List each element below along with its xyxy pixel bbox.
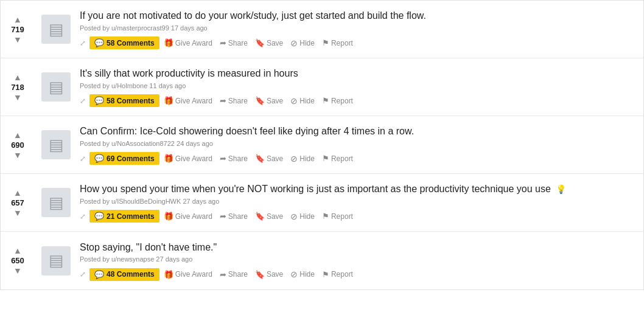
post-meta: Posted by u/IShouldBeDoingHWK 27 days ag… [80,198,639,205]
give-award-button[interactable]: 🎁 Give Award [161,268,215,281]
report-button[interactable]: ⚑ Report [319,94,356,107]
post-thumbnail: ▤ [41,15,71,44]
comments-button[interactable]: 💬 58 Comments [89,36,159,49]
thumbnail-icon: ▤ [49,251,64,270]
give-award-button[interactable]: 🎁 Give Award [161,210,215,223]
share-icon: ➦ [220,96,226,105]
post-title[interactable]: Can Confirm: Ice-Cold showering doesn't … [80,125,639,138]
upvote-button[interactable]: ▲ [13,131,22,139]
post-thumbnail: ▤ [41,130,71,159]
give-award-button[interactable]: 🎁 Give Award [161,152,215,165]
post-item: ▲ 650 ▼ ▤ Stop saying, "I don't have tim… [1,232,643,289]
post-title[interactable]: Stop saying, "I don't have time." [80,241,639,254]
post-list: ▲ 719 ▼ ▤ If you are not motivated to do… [0,0,644,290]
content-column: Can Confirm: Ice-Cold showering doesn't … [77,116,643,173]
save-button[interactable]: 🔖 Save [252,36,286,49]
save-button[interactable]: 🔖 Save [252,210,286,223]
hide-button[interactable]: ⊘ Hide [287,36,318,50]
report-button[interactable]: ⚑ Report [319,210,356,223]
downvote-button[interactable]: ▼ [13,93,22,102]
report-button[interactable]: ⚑ Report [319,36,356,49]
redirect-icon: ⤢ [80,97,86,105]
hide-button[interactable]: ⊘ Hide [287,210,318,223]
thumbnail-icon: ▤ [49,78,64,97]
post-meta: Posted by u/Holmbone 11 days ago [80,82,639,89]
hide-button[interactable]: ⊘ Hide [287,268,318,281]
hide-icon: ⊘ [290,96,298,106]
hide-icon: ⊘ [290,269,298,279]
share-icon: ➦ [220,270,226,279]
post-meta: Posted by u/masterprocrast99 17 days ago [80,24,639,32]
downvote-button[interactable]: ▼ [13,266,22,275]
post-meta: Posted by u/newsynapse 27 days ago [80,255,639,263]
report-icon: ⚑ [322,270,329,279]
downvote-button[interactable]: ▼ [13,151,22,159]
comments-button[interactable]: 💬 58 Comments [89,94,159,107]
content-column: Stop saying, "I don't have time." Posted… [77,232,643,289]
award-icon: 🎁 [164,154,173,163]
vote-column: ▲ 657 ▼ [1,174,35,231]
post-author[interactable]: u/masterprocrast99 [111,24,169,32]
post-author[interactable]: u/IShouldBeDoingHWK [111,198,181,205]
share-button[interactable]: ➦ Share [217,152,251,165]
share-icon: ➦ [220,212,226,221]
post-author[interactable]: u/Holmbone [111,82,147,89]
share-button[interactable]: ➦ Share [217,210,251,223]
thumbnail-column: ▤ [35,116,77,173]
vote-column: ▲ 719 ▼ [1,1,35,58]
upvote-button[interactable]: ▲ [13,15,22,24]
post-item: ▲ 690 ▼ ▤ Can Confirm: Ice-Cold showerin… [1,116,643,174]
report-icon: ⚑ [322,38,329,47]
share-icon: ➦ [220,154,226,163]
save-icon: 🔖 [255,270,265,279]
hide-icon: ⊘ [290,154,298,164]
content-column: It's silly that work productivity is mea… [77,58,643,116]
thumbnail-column: ▤ [35,174,77,231]
comments-button[interactable]: 💬 48 Comments [89,268,159,281]
downvote-button[interactable]: ▼ [13,35,22,44]
upvote-button[interactable]: ▲ [13,246,22,255]
give-award-button[interactable]: 🎁 Give Award [161,36,215,49]
upvote-button[interactable]: ▲ [13,73,22,81]
share-button[interactable]: ➦ Share [217,268,251,281]
post-author[interactable]: u/NoAssociation8722 [111,140,175,147]
hide-button[interactable]: ⊘ Hide [287,152,318,165]
post-thumbnail: ▤ [41,188,71,217]
vote-column: ▲ 690 ▼ [1,116,35,173]
content-column: If you are not motivated to do your work… [77,1,643,58]
post-title[interactable]: How you spend your time when you're NOT … [80,183,639,196]
post-author[interactable]: u/newsynapse [111,255,154,263]
content-column: How you spend your time when you're NOT … [77,174,643,231]
vote-count: 657 [11,198,24,207]
upvote-button[interactable]: ▲ [13,189,22,197]
save-button[interactable]: 🔖 Save [252,152,286,165]
save-button[interactable]: 🔖 Save [252,94,286,107]
redirect-icon: ⤢ [80,154,86,163]
action-bar: ⤢ 💬 58 Comments 🎁 Give Award ➦ Share 🔖 S… [80,36,639,50]
post-title[interactable]: It's silly that work productivity is mea… [80,68,639,80]
comments-button[interactable]: 💬 21 Comments [89,210,159,223]
comment-icon: 💬 [94,270,104,279]
comment-icon: 💬 [94,212,104,221]
save-icon: 🔖 [255,154,265,163]
give-award-button[interactable]: 🎁 Give Award [161,94,215,107]
comment-icon: 💬 [94,38,104,47]
thumbnail-column: ▤ [35,58,77,116]
downvote-button[interactable]: ▼ [13,209,22,217]
report-icon: ⚑ [322,96,329,105]
save-icon: 🔖 [255,38,265,47]
post-title[interactable]: If you are not motivated to do your work… [80,10,639,22]
thumbnail-icon: ▤ [49,136,64,154]
report-button[interactable]: ⚑ Report [319,268,356,281]
post-thumbnail: ▤ [41,246,71,275]
comments-button[interactable]: 💬 69 Comments [89,152,159,165]
post-thumbnail: ▤ [41,72,71,102]
thumbnail-icon: ▤ [49,193,64,212]
report-button[interactable]: ⚑ Report [319,152,356,165]
save-button[interactable]: 🔖 Save [252,268,286,281]
share-button[interactable]: ➦ Share [217,94,251,107]
share-button[interactable]: ➦ Share [217,36,251,49]
action-bar: ⤢ 💬 69 Comments 🎁 Give Award ➦ Share 🔖 S… [80,152,639,165]
vote-count: 650 [11,256,24,265]
hide-button[interactable]: ⊘ Hide [287,94,318,108]
